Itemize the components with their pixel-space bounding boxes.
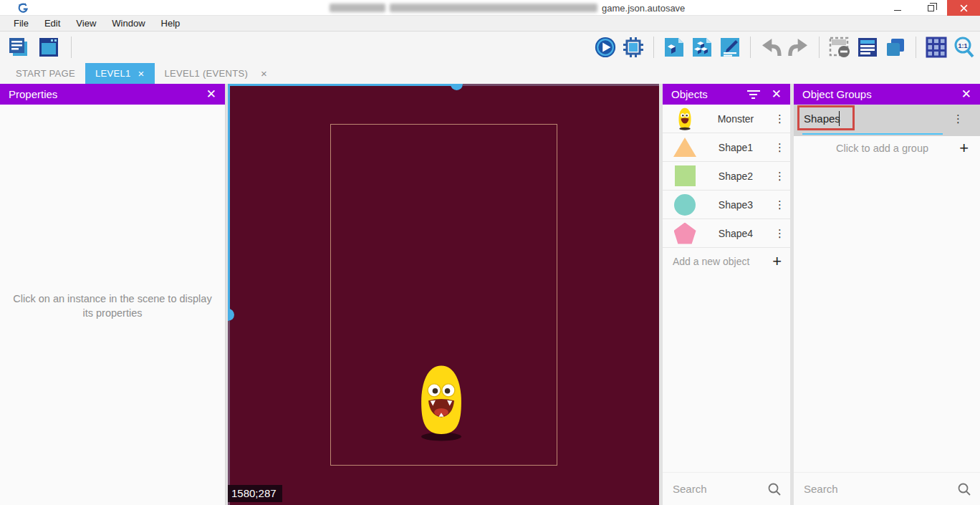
annotation-highlight-box bbox=[797, 105, 855, 130]
object-groups-editor-icon bbox=[691, 36, 714, 59]
objects-search-row bbox=[663, 472, 790, 505]
group-name-edit-row: Shapes ⋮ bbox=[794, 105, 980, 136]
object-name: Monster bbox=[697, 113, 774, 125]
tab-label: LEVEL1 bbox=[95, 68, 131, 79]
title-bar: game.json.autosave bbox=[0, 0, 980, 16]
tab-label: LEVEL1 (EVENTS) bbox=[165, 68, 249, 79]
start-page-button[interactable] bbox=[37, 36, 60, 59]
scene-hscrollbar-thumb[interactable] bbox=[451, 84, 463, 90]
scene-hscrollbar-track-right[interactable] bbox=[463, 84, 659, 86]
menu-bar: File Edit View Window Help bbox=[0, 16, 980, 32]
debugger-button[interactable] bbox=[622, 36, 645, 59]
tab-close-icon[interactable]: × bbox=[261, 67, 267, 80]
object-row-shape1[interactable]: Shape1 ⋮ bbox=[663, 133, 790, 162]
plus-icon: + bbox=[772, 252, 782, 271]
grid-button[interactable] bbox=[925, 36, 948, 59]
filter-icon[interactable] bbox=[747, 90, 760, 99]
properties-close-icon[interactable]: ✕ bbox=[206, 88, 216, 100]
properties-editor-button[interactable] bbox=[719, 36, 741, 59]
minimize-button[interactable] bbox=[881, 0, 914, 16]
properties-editor-icon bbox=[719, 36, 741, 59]
instances-list-icon bbox=[856, 36, 879, 59]
properties-panel: Properties ✕ Click on an instance in the… bbox=[0, 84, 226, 505]
properties-panel-header: Properties ✕ bbox=[0, 84, 225, 105]
menu-window[interactable]: Window bbox=[104, 18, 153, 29]
add-object-button[interactable]: Add a new object + bbox=[663, 248, 790, 274]
object-groups-panel-header: Object Groups ✕ bbox=[794, 84, 980, 105]
scene-editor-canvas[interactable]: 1580;287 bbox=[228, 84, 659, 505]
window-title: game.json.autosave bbox=[330, 0, 685, 16]
delete-instances-button[interactable] bbox=[828, 36, 851, 59]
svg-text:1:1: 1:1 bbox=[958, 42, 967, 49]
gdevelop-logo-icon bbox=[17, 2, 29, 14]
layers-list-icon bbox=[884, 36, 907, 59]
add-group-button[interactable]: Click to add a group + bbox=[794, 136, 980, 160]
object-name: Shape1 bbox=[697, 142, 774, 153]
redo-button[interactable] bbox=[787, 36, 810, 59]
preview-play-button[interactable] bbox=[594, 36, 617, 59]
scene-hscrollbar-track[interactable] bbox=[228, 84, 451, 86]
objects-panel-header: Objects ✕ bbox=[663, 84, 790, 105]
tab-start-page[interactable]: START PAGE bbox=[6, 63, 85, 84]
search-icon bbox=[767, 482, 782, 496]
object-row-monster[interactable]: Monster ⋮ bbox=[663, 105, 790, 133]
tab-close-icon[interactable]: × bbox=[138, 67, 144, 80]
undo-button[interactable] bbox=[759, 36, 782, 59]
object-groups-close-icon[interactable]: ✕ bbox=[961, 88, 971, 100]
object-menu-icon[interactable]: ⋮ bbox=[774, 113, 784, 124]
tab-bar: START PAGE LEVEL1 × LEVEL1 (EVENTS) × bbox=[0, 63, 980, 84]
object-menu-icon[interactable]: ⋮ bbox=[774, 199, 784, 210]
delete-instances-icon bbox=[828, 36, 851, 59]
object-groups-panel: Object Groups ✕ Shapes ⋮ Click to add a … bbox=[794, 84, 980, 505]
menu-view[interactable]: View bbox=[68, 18, 104, 29]
object-menu-icon[interactable]: ⋮ bbox=[774, 142, 784, 153]
object-name: Shape2 bbox=[697, 170, 774, 182]
objects-editor-icon bbox=[663, 36, 686, 59]
restore-button[interactable] bbox=[914, 0, 947, 16]
objects-panel-title: Objects bbox=[671, 88, 708, 100]
monster-thumbnail bbox=[673, 107, 697, 131]
groups-search-input[interactable] bbox=[804, 483, 921, 495]
object-row-shape4[interactable]: Shape4 ⋮ bbox=[663, 219, 790, 248]
object-menu-icon[interactable]: ⋮ bbox=[774, 170, 784, 181]
play-icon bbox=[594, 35, 617, 59]
menu-edit[interactable]: Edit bbox=[37, 18, 68, 29]
debugger-icon bbox=[622, 36, 645, 59]
add-group-hint: Click to add a group bbox=[805, 143, 959, 154]
object-groups-editor-button[interactable] bbox=[691, 36, 714, 59]
objects-close-icon[interactable]: ✕ bbox=[772, 88, 782, 100]
start-page-icon bbox=[37, 36, 60, 59]
objects-search-input[interactable] bbox=[673, 483, 749, 495]
circle-thumbnail bbox=[673, 194, 697, 216]
instances-list-button[interactable] bbox=[856, 36, 879, 59]
properties-empty-message: Click on an instance in the scene to dis… bbox=[0, 292, 225, 320]
redo-icon bbox=[787, 36, 810, 59]
scene-vscrollbar-track-bottom[interactable] bbox=[228, 321, 230, 505]
input-focus-underline bbox=[802, 133, 943, 135]
objects-panel: Objects ✕ Monster ⋮ Shape1 ⋮ Shape2 ⋮ Sh… bbox=[663, 84, 790, 505]
zoom-1-1-icon: 1:1 bbox=[953, 36, 976, 59]
cursor-coordinates-badge: 1580;287 bbox=[228, 485, 282, 502]
layers-list-button[interactable] bbox=[884, 36, 907, 59]
toolbar: 1:1 bbox=[0, 32, 980, 63]
objects-editor-button[interactable] bbox=[663, 36, 686, 59]
zoom-1-1-button[interactable]: 1:1 bbox=[953, 36, 976, 59]
tab-level1[interactable]: LEVEL1 × bbox=[85, 63, 155, 84]
project-manager-button[interactable] bbox=[7, 36, 30, 59]
group-menu-icon[interactable]: ⋮ bbox=[953, 113, 963, 124]
object-row-shape3[interactable]: Shape3 ⋮ bbox=[663, 191, 790, 219]
square-thumbnail bbox=[673, 165, 697, 186]
scene-vscrollbar-thumb[interactable] bbox=[228, 309, 234, 321]
title-redacted-2 bbox=[390, 4, 597, 12]
tab-label: START PAGE bbox=[16, 68, 75, 79]
object-row-shape2[interactable]: Shape2 ⋮ bbox=[663, 162, 790, 191]
object-name: Shape3 bbox=[697, 199, 774, 211]
object-menu-icon[interactable]: ⋮ bbox=[774, 228, 784, 239]
tab-level1-events[interactable]: LEVEL1 (EVENTS) × bbox=[155, 63, 278, 84]
menu-help[interactable]: Help bbox=[153, 18, 188, 29]
add-object-label: Add a new object bbox=[673, 256, 749, 267]
scene-vscrollbar-track[interactable] bbox=[228, 84, 230, 309]
close-button[interactable] bbox=[947, 0, 980, 16]
menu-file[interactable]: File bbox=[6, 18, 37, 29]
monster-instance[interactable] bbox=[415, 360, 467, 444]
